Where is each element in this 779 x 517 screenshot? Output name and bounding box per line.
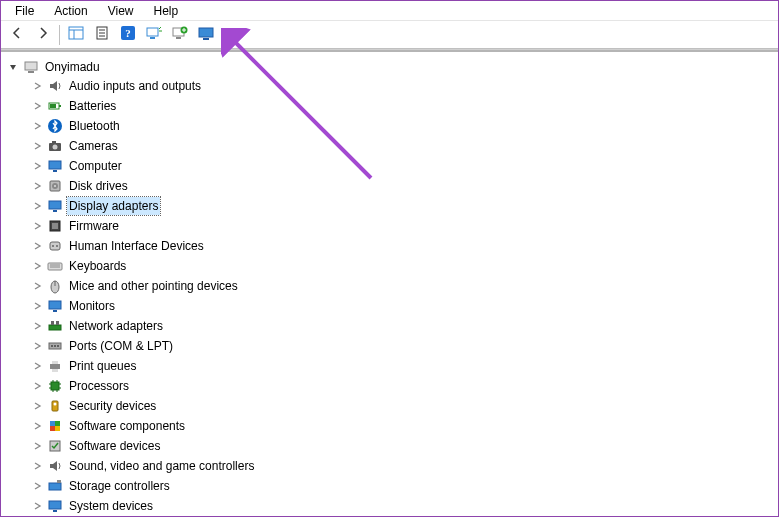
help-icon: ? [120,25,136,44]
svg-point-65 [54,403,57,406]
tree-node[interactable]: Computer [31,156,772,176]
monitor-icon [47,298,63,314]
tree-node-label: Processors [67,377,131,395]
security-icon [47,398,63,414]
tree-node-label: Software components [67,417,187,435]
chevron-right-icon[interactable] [31,440,43,452]
device-tree[interactable]: Onyimadu Audio inputs and outputs Batter… [1,52,778,516]
back-button[interactable] [5,23,29,47]
svg-rect-71 [50,464,53,468]
tree-node-label: Security devices [67,397,158,415]
tree-node[interactable]: Storage controllers [31,476,772,496]
chevron-right-icon[interactable] [31,360,43,372]
svg-rect-75 [53,510,57,512]
svg-rect-0 [69,27,83,39]
chevron-right-icon[interactable] [31,140,43,152]
chevron-right-icon[interactable] [31,240,43,252]
tree-node[interactable]: Mice and other pointing devices [31,276,772,296]
svg-point-51 [57,345,59,347]
uninstall-device-button[interactable] [168,23,192,47]
help-button[interactable]: ? [116,23,140,47]
chevron-right-icon[interactable] [31,260,43,272]
forward-icon [36,26,50,43]
software-component-icon [47,418,63,434]
tree-node[interactable]: Sound, video and game controllers [31,456,772,476]
chevron-right-icon[interactable] [31,320,43,332]
svg-rect-34 [52,223,58,229]
tree-node[interactable]: Display adapters [31,196,772,216]
svg-rect-25 [52,141,56,143]
chevron-right-icon[interactable] [31,80,43,92]
tree-node-label: Storage controllers [67,477,172,495]
monitor-icon [47,158,63,174]
tree-node[interactable]: Human Interface Devices [31,236,772,256]
svg-point-36 [52,245,54,247]
chevron-right-icon[interactable] [31,420,43,432]
svg-rect-10 [150,37,155,39]
tree-node-label: System devices [67,497,155,515]
svg-rect-32 [53,210,57,212]
tree-node[interactable]: Batteries [31,96,772,116]
chevron-right-icon[interactable] [31,160,43,172]
mouse-icon [47,278,63,294]
tree-node[interactable]: Firmware [31,216,772,236]
svg-rect-44 [53,310,57,312]
scan-hardware-icon [198,26,214,43]
chevron-right-icon[interactable] [31,220,43,232]
chevron-right-icon[interactable] [31,500,43,512]
tree-node-label: Keyboards [67,257,128,275]
tree-node[interactable]: Software components [31,416,772,436]
svg-rect-26 [49,161,61,169]
chevron-right-icon[interactable] [31,460,43,472]
tree-root-label: Onyimadu [43,60,102,74]
svg-rect-35 [50,242,60,250]
software-device-icon [47,438,63,454]
tree-node[interactable]: Software devices [31,436,772,456]
chevron-right-icon[interactable] [31,300,43,312]
svg-rect-55 [51,382,59,390]
properties-button[interactable] [90,23,114,47]
chevron-right-icon[interactable] [31,380,43,392]
scan-hardware-button[interactable] [194,23,218,47]
svg-rect-68 [50,426,55,431]
chevron-right-icon[interactable] [31,200,43,212]
toolbar-separator [59,25,60,45]
tree-node[interactable]: Security devices [31,396,772,416]
menu-action[interactable]: Action [44,2,97,20]
update-driver-button[interactable] [142,23,166,47]
tree-node[interactable]: Processors [31,376,772,396]
forward-button[interactable] [31,23,55,47]
tree-root[interactable]: Onyimadu [7,58,772,76]
svg-rect-67 [55,421,60,426]
tree-node[interactable]: Bluetooth [31,116,772,136]
chevron-right-icon[interactable] [31,180,43,192]
menu-file[interactable]: File [5,2,44,20]
tree-node-label: Mice and other pointing devices [67,277,240,295]
chevron-right-icon[interactable] [31,100,43,112]
properties-sheet-icon [95,26,109,43]
tree-node[interactable]: Network adapters [31,316,772,336]
menu-help[interactable]: Help [144,2,189,20]
chevron-right-icon[interactable] [31,120,43,132]
keyboard-icon [47,258,63,274]
chevron-right-icon[interactable] [31,400,43,412]
chevron-right-icon[interactable] [31,480,43,492]
tree-node[interactable]: Cameras [31,136,772,156]
show-hide-console-tree-button[interactable] [64,23,88,47]
svg-rect-45 [49,325,61,330]
system-icon [47,498,63,514]
tree-node[interactable]: Monitors [31,296,772,316]
processor-icon [47,378,63,394]
menu-view[interactable]: View [98,2,144,20]
camera-icon [47,138,63,154]
tree-node[interactable]: System devices [31,496,772,516]
tree-node[interactable]: Disk drives [31,176,772,196]
chevron-right-icon[interactable] [31,280,43,292]
tree-node[interactable]: Print queues [31,356,772,376]
chevron-right-icon[interactable] [31,340,43,352]
tree-node[interactable]: Ports (COM & LPT) [31,336,772,356]
tree-node-label: Cameras [67,137,120,155]
chevron-down-icon[interactable] [7,61,19,73]
tree-node[interactable]: Audio inputs and outputs [31,76,772,96]
tree-node[interactable]: Keyboards [31,256,772,276]
